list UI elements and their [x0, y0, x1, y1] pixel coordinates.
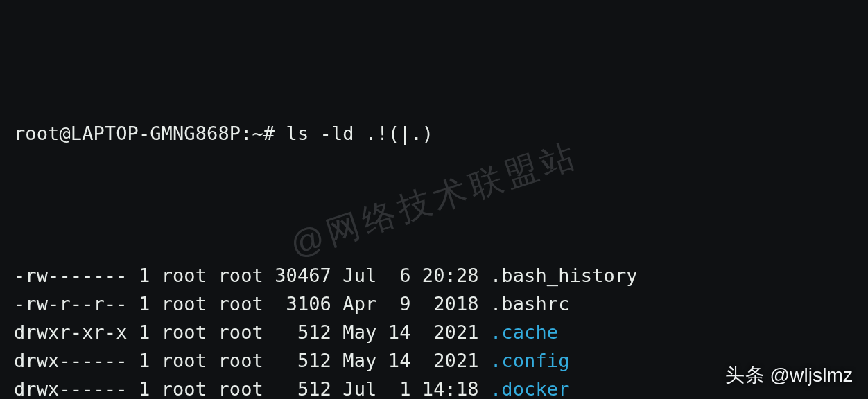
watermark-center-text: @网络技术联盟站 [287, 140, 581, 260]
ls-group: root [218, 293, 263, 314]
prompt-path: ~ [252, 123, 263, 144]
ls-group: root [218, 265, 263, 286]
prompt-symbol: # [263, 123, 275, 144]
ls-row: drwx------ 1 root root 512 Jul 1 14:18 .… [14, 375, 861, 399]
ls-filename: .bashrc [490, 293, 570, 314]
ls-links: 1 [139, 350, 150, 371]
ls-size: 512 [275, 321, 331, 343]
ls-links: 1 [139, 321, 150, 343]
ls-month: Jul [342, 378, 376, 399]
ls-links: 1 [139, 293, 150, 314]
ls-permissions: drwx------ [14, 350, 128, 371]
ls-row: drwxr-xr-x 1 root root 512 May 14 2021 .… [14, 318, 861, 346]
ls-time: 2018 [422, 293, 479, 314]
ls-size: 3106 [275, 293, 331, 314]
ls-filename: .cache [490, 321, 558, 343]
ls-group: root [218, 378, 263, 399]
prompt-user-host: root@LAPTOP-GMNG868P [14, 123, 241, 144]
ls-permissions: drwx------ [14, 378, 128, 399]
ls-day: 1 [388, 378, 411, 399]
terminal-window[interactable]: root@LAPTOP-GMNG868P:~# ls -ld .!(|.) -r… [0, 0, 868, 399]
ls-day: 14 [388, 321, 411, 343]
ls-time: 20:28 [422, 265, 479, 286]
ls-row: -rw-r--r-- 1 root root 3106 Apr 9 2018 .… [14, 290, 861, 318]
ls-filename: .config [490, 350, 570, 371]
ls-row: drwx------ 1 root root 512 May 14 2021 .… [14, 346, 861, 375]
ls-day: 6 [388, 265, 411, 286]
ls-owner: root [162, 350, 207, 371]
ls-output: -rw------- 1 root root 30467 Jul 6 20:28… [14, 261, 861, 399]
ls-day: 14 [388, 350, 411, 371]
ls-month: Apr [342, 293, 376, 314]
ls-month: May [342, 321, 376, 343]
ls-day: 9 [388, 293, 411, 314]
ls-group: root [218, 321, 263, 343]
ls-group: root [218, 350, 263, 371]
ls-permissions: -rw-r--r-- [14, 293, 128, 314]
ls-size: 512 [275, 378, 331, 399]
command-text: ls -ld .!(|.) [286, 123, 434, 144]
ls-time: 2021 [422, 321, 479, 343]
ls-owner: root [162, 378, 207, 399]
ls-permissions: drwxr-xr-x [14, 321, 128, 343]
ls-links: 1 [139, 378, 150, 399]
ls-owner: root [162, 321, 207, 343]
ls-permissions: -rw------- [14, 265, 128, 286]
ls-size: 30467 [275, 265, 331, 286]
ls-links: 1 [139, 265, 150, 286]
prompt-line-1: root@LAPTOP-GMNG868P:~# ls -ld .!(|.) [14, 119, 861, 148]
ls-owner: root [162, 293, 207, 314]
ls-filename: .bash_history [490, 265, 638, 286]
ls-time: 2021 [422, 350, 479, 371]
ls-time: 14:18 [422, 378, 479, 399]
ls-owner: root [162, 265, 207, 286]
ls-size: 512 [275, 350, 331, 371]
ls-month: May [342, 350, 376, 371]
ls-row: -rw------- 1 root root 30467 Jul 6 20:28… [14, 261, 861, 290]
ls-month: Jul [342, 265, 376, 286]
ls-filename: .docker [490, 378, 570, 399]
